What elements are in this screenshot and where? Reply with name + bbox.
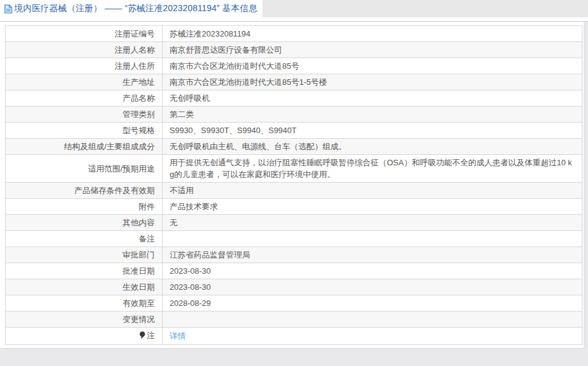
row-value-text: 江苏省药品监督管理局 bbox=[170, 250, 250, 259]
table-row: 附件产品技术要求 bbox=[6, 199, 582, 215]
row-value: 无创呼吸机由主机、电源线、台车（选配）组成。 bbox=[163, 139, 582, 155]
table-row: 生效日期2023-08-30 bbox=[6, 279, 582, 295]
row-label: 型号规格 bbox=[6, 123, 163, 139]
table-row: 变更情况 bbox=[6, 312, 582, 328]
row-value: 2028-08-29 bbox=[163, 295, 582, 312]
registration-info-table: 注册证编号苏械注准20232081194注册人名称南京舒普思达医疗设备有限公司注… bbox=[5, 25, 582, 345]
row-value-text: 无创呼吸机 bbox=[170, 94, 210, 103]
row-value-text: 苏械注准20232081194 bbox=[170, 29, 251, 38]
row-label: 产品名称 bbox=[6, 90, 163, 107]
table-row: 产品名称无创呼吸机 bbox=[6, 90, 582, 107]
table-row: 产品储存条件及有效期不适用 bbox=[6, 183, 582, 199]
row-value: 江苏省药品监督管理局 bbox=[163, 247, 582, 263]
row-value: 2023-08-30 bbox=[163, 279, 582, 295]
note-balloon-icon bbox=[139, 331, 145, 342]
row-label-text: 注册人住所 bbox=[115, 61, 155, 71]
row-value-text: 产品技术要求 bbox=[170, 202, 218, 211]
row-label: 附件 bbox=[6, 199, 163, 215]
row-label-text: 产品储存条件及有效期 bbox=[74, 186, 155, 195]
table-row: 备注 bbox=[6, 231, 582, 247]
row-label: 有效期至 bbox=[6, 295, 163, 312]
row-label-text: 生产地址 bbox=[123, 77, 155, 87]
top-bar: 境内医疗器械（注册） —— “苏械注准20232081194” 基本信息 bbox=[0, 0, 588, 17]
row-label-text: 备注 bbox=[139, 234, 155, 243]
header-divider bbox=[0, 17, 588, 22]
row-label: 生效日期 bbox=[6, 279, 163, 295]
row-label-text: 有效期至 bbox=[123, 298, 155, 308]
row-value-text: 不适用 bbox=[170, 186, 194, 195]
table-row: 结构及组成/主要组成成分无创呼吸机由主机、电源线、台车（选配）组成。 bbox=[6, 139, 582, 155]
row-value: S9930、S9930T、S9940、S9940T bbox=[163, 123, 582, 139]
row-label: 注册证编号 bbox=[6, 26, 163, 42]
row-value-text: 南京市六合区龙池街道时代大道85号 bbox=[170, 61, 299, 71]
row-label-text: 批准日期 bbox=[123, 266, 155, 276]
table-row: 审批部门江苏省药品监督管理局 bbox=[6, 247, 582, 263]
table-row: 适用范围/预期用途用于提供无创通气支持，以治疗阻塞性睡眠呼吸暂停综合征（OSA）… bbox=[6, 155, 582, 183]
row-label-text: 结构及组成/主要组成成分 bbox=[64, 142, 155, 151]
row-label-text: 审批部门 bbox=[123, 250, 155, 259]
table-row: 有效期至2028-08-29 bbox=[6, 295, 582, 312]
table-row: 管理类别第二类 bbox=[6, 107, 582, 123]
row-label-text: 生效日期 bbox=[123, 282, 155, 292]
row-label: 变更情况 bbox=[6, 312, 163, 328]
row-label-text: 其他内容 bbox=[123, 218, 155, 227]
row-value-text: 2028-08-29 bbox=[170, 298, 211, 308]
row-value-text: 用于提供无创通气支持，以治疗阻塞性睡眠呼吸暂停综合征（OSA）和呼吸功能不全的成… bbox=[170, 158, 572, 179]
row-value bbox=[163, 312, 582, 328]
row-label: 结构及组成/主要组成成分 bbox=[6, 139, 163, 155]
row-label-text: 附件 bbox=[139, 202, 155, 211]
row-value-text: 南京舒普思达医疗设备有限公司 bbox=[170, 45, 282, 54]
row-label: 审批部门 bbox=[6, 247, 163, 263]
row-label: 批准日期 bbox=[6, 263, 163, 279]
table-row: 注详情 bbox=[6, 328, 582, 345]
content-panel: 注册证编号苏械注准20232081194注册人名称南京舒普思达医疗设备有限公司注… bbox=[0, 22, 584, 348]
row-value: 南京市六合区龙池街道时代大道85号1-5号楼 bbox=[163, 74, 582, 90]
row-label-text: 注 bbox=[147, 331, 155, 340]
row-value: 用于提供无创通气支持，以治疗阻塞性睡眠呼吸暂停综合征（OSA）和呼吸功能不全的成… bbox=[163, 155, 582, 183]
row-value: 产品技术要求 bbox=[163, 199, 582, 215]
page-title: 境内医疗器械（注册） —— “苏械注准20232081194” 基本信息 bbox=[14, 3, 257, 14]
row-value: 2023-08-30 bbox=[163, 263, 582, 279]
table-row: 注册人名称南京舒普思达医疗设备有限公司 bbox=[6, 42, 582, 58]
row-value bbox=[163, 231, 582, 247]
row-value-text: 2023-08-30 bbox=[170, 282, 211, 292]
row-label-text: 型号规格 bbox=[123, 126, 155, 135]
row-value-text: 无 bbox=[170, 218, 178, 227]
row-value-text: 南京市六合区龙池街道时代大道85号1-5号楼 bbox=[170, 77, 327, 87]
row-value-text: 无创呼吸机由主机、电源线、台车（选配）组成。 bbox=[170, 142, 347, 151]
row-label: 注册人住所 bbox=[6, 58, 163, 74]
title-tab: 境内医疗器械（注册） —— “苏械注准20232081194” 基本信息 bbox=[0, 0, 262, 17]
row-label-text: 注册人名称 bbox=[115, 45, 155, 54]
row-value: 苏械注准20232081194 bbox=[163, 26, 582, 42]
row-label-text: 产品名称 bbox=[123, 94, 155, 103]
row-label: 注 bbox=[6, 328, 163, 345]
row-label-text: 适用范围/预期用途 bbox=[88, 164, 155, 173]
table-row: 其他内容无 bbox=[6, 215, 582, 231]
row-label: 备注 bbox=[6, 231, 163, 247]
row-label: 注册人名称 bbox=[6, 42, 163, 58]
row-label: 适用范围/预期用途 bbox=[6, 155, 163, 183]
row-value-text: 2023-08-30 bbox=[170, 266, 211, 276]
row-label-text: 注册证编号 bbox=[115, 29, 155, 38]
table-row: 型号规格S9930、S9930T、S9940、S9940T bbox=[6, 123, 582, 139]
row-label: 其他内容 bbox=[6, 215, 163, 231]
row-label: 产品储存条件及有效期 bbox=[6, 183, 163, 199]
row-value: 第二类 bbox=[163, 107, 582, 123]
row-label-text: 变更情况 bbox=[123, 315, 155, 324]
row-label: 管理类别 bbox=[6, 107, 163, 123]
table-row: 注册人住所南京市六合区龙池街道时代大道85号 bbox=[6, 58, 582, 74]
detail-link[interactable]: 详情 bbox=[170, 331, 186, 341]
document-icon bbox=[4, 4, 12, 14]
row-value: 无 bbox=[163, 215, 582, 231]
row-value: 不适用 bbox=[163, 183, 582, 199]
row-value: 无创呼吸机 bbox=[163, 90, 582, 107]
row-value-text: S9930、S9930T、S9940、S9940T bbox=[170, 126, 296, 135]
row-label: 生产地址 bbox=[6, 74, 163, 90]
table-row: 注册证编号苏械注准20232081194 bbox=[6, 26, 582, 42]
row-value: 南京市六合区龙池街道时代大道85号 bbox=[163, 58, 582, 74]
row-value: 南京舒普思达医疗设备有限公司 bbox=[163, 42, 582, 58]
row-value: 详情 bbox=[163, 328, 582, 345]
row-value-text: 第二类 bbox=[170, 110, 194, 119]
table-row: 批准日期2023-08-30 bbox=[6, 263, 582, 279]
row-label-text: 管理类别 bbox=[123, 110, 155, 119]
